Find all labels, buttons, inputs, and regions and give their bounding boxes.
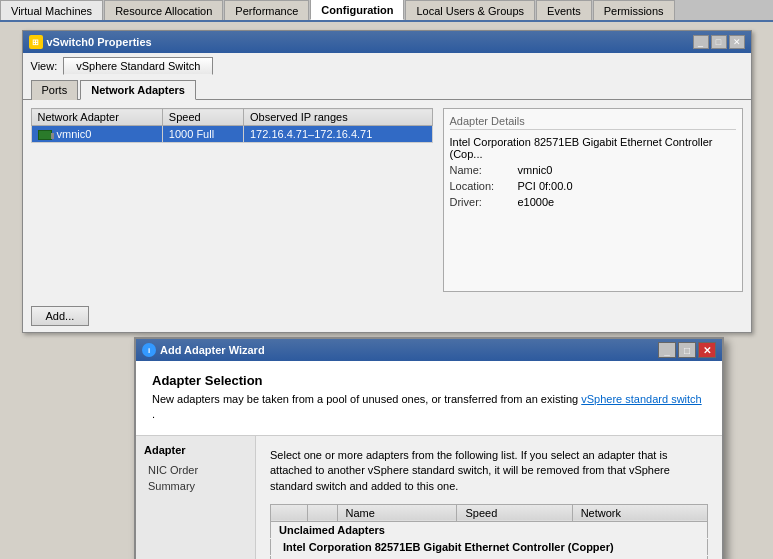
vswitch-window: ⊞ vSwitch0 Properties _ □ ✕ View: vSpher… [22,30,752,333]
wizard-minimize-button[interactable]: _ [658,342,676,358]
tab-resource-allocation[interactable]: Resource Allocation [104,0,223,20]
adapter-ip-cell: 172.16.4.71–172.16.4.71 [244,126,433,143]
wizard-title: Add Adapter Wizard [160,344,265,356]
checkbox-cell[interactable] [271,555,308,559]
win-controls: _ □ ✕ [693,35,745,49]
maximize-button[interactable]: □ [711,35,727,49]
wizard-body: Adapter NIC Order Summary Select one or … [136,436,722,559]
list-col-network: Network [572,504,707,521]
adapter-table-section: Network Adapter Speed Observed IP ranges… [31,108,433,292]
table-row[interactable]: vmnic0 1000 Full 172.16.4.71–172.16.4.71 [31,126,432,143]
tab-row: Ports Network Adapters [23,79,751,100]
adapter-network: None [572,555,707,559]
tab-virtual-machines[interactable]: Virtual Machines [0,0,103,20]
adapter-details: Adapter Details Intel Corporation 82571E… [443,108,743,292]
adapter-full-name: Intel Corporation 82571EB Gigabit Ethern… [450,136,736,160]
wizard-controls: _ □ ✕ [658,342,716,358]
wizard-header-title: Adapter Selection [152,373,706,388]
ports-tab[interactable]: Ports [31,80,79,100]
wizard-dialog: i Add Adapter Wizard _ □ ✕ Adapter Selec… [134,337,724,559]
sidebar-section-title: Adapter [144,444,247,456]
table-row[interactable]: vmnic1 Down None [271,555,708,559]
sidebar-item-nic-order[interactable]: NIC Order [144,462,247,478]
close-button[interactable]: ✕ [729,35,745,49]
wizard-icon: i [142,343,156,357]
wizard-desc-end: . [152,408,155,420]
name-label: Name: [450,164,510,176]
wizard-content: Select one or more adapters from the fol… [256,436,722,559]
main-area: ⊞ vSwitch0 Properties _ □ ✕ View: vSpher… [0,22,773,341]
driver-label: Driver: [450,196,510,208]
group-subheader: Intel Corporation 82571EB Gigabit Ethern… [271,538,708,555]
vswitch-title: vSwitch0 Properties [47,36,152,48]
detail-row-location: Location: PCI 0f:00.0 [450,180,736,192]
vswitch-icon: ⊞ [29,35,43,49]
network-adapter-table: Network Adapter Speed Observed IP ranges… [31,108,433,143]
wizard-sidebar: Adapter NIC Order Summary [136,436,256,559]
location-label: Location: [450,180,510,192]
vswitch-titlebar: ⊞ vSwitch0 Properties _ □ ✕ [23,31,751,53]
network-adapters-tab[interactable]: Network Adapters [80,80,196,100]
driver-value: e1000e [518,196,555,208]
adapter-speed: Down [457,555,572,559]
tab-events[interactable]: Events [536,0,592,20]
wizard-header-desc: New adapters may be taken from a pool of… [152,392,706,423]
wizard-desc-link[interactable]: vSphere standard switch [581,393,701,405]
minimize-button[interactable]: _ [693,35,709,49]
wizard-desc-part1: New adapters may be taken from a pool of… [152,393,578,405]
adapter-list-table: Name Speed Network Unclaimed Adapters [270,504,708,559]
unclaimed-adapters-header: Unclaimed Adapters [271,521,708,538]
nic-icon [38,130,52,140]
wizard-title-left: i Add Adapter Wizard [142,343,265,357]
list-col-checkbox [271,504,308,521]
nav-tabs: Virtual Machines Resource Allocation Per… [0,0,773,22]
tab-configuration[interactable]: Configuration [310,0,404,20]
add-btn-area: Add... [23,300,751,332]
icon-cell [307,555,337,559]
titlebar-left: ⊞ vSwitch0 Properties [29,35,156,49]
tab-permissions[interactable]: Permissions [593,0,675,20]
view-label: View: [31,60,58,72]
wizard-content-desc: Select one or more adapters from the fol… [270,448,708,494]
detail-row-driver: Driver: e1000e [450,196,736,208]
list-col-speed: Speed [457,504,572,521]
wizard-close-button[interactable]: ✕ [698,342,716,358]
adapter-name: vmnic1 [337,555,457,559]
vsphere-standard-switch-btn[interactable]: vSphere Standard Switch [63,57,213,75]
sidebar-item-summary[interactable]: Summary [144,478,247,494]
adapter-name-cell: vmnic0 [31,126,162,143]
wizard-titlebar: i Add Adapter Wizard _ □ ✕ [136,339,722,361]
adapter-speed-cell: 1000 Full [162,126,243,143]
tab-performance[interactable]: Performance [224,0,309,20]
name-value: vmnic0 [518,164,553,176]
col-speed: Speed [162,109,243,126]
detail-row-name: Name: vmnic0 [450,164,736,176]
add-button[interactable]: Add... [31,306,90,326]
list-col-icon [307,504,337,521]
col-network-adapter: Network Adapter [31,109,162,126]
wizard-header: Adapter Selection New adapters may be ta… [136,361,722,436]
location-value: PCI 0f:00.0 [518,180,573,192]
view-row: View: vSphere Standard Switch [23,53,751,79]
content-area: Network Adapter Speed Observed IP ranges… [23,100,751,300]
tab-local-users[interactable]: Local Users & Groups [405,0,535,20]
col-ip-ranges: Observed IP ranges [244,109,433,126]
wizard-maximize-button[interactable]: □ [678,342,696,358]
details-title: Adapter Details [450,115,736,130]
list-col-name: Name [337,504,457,521]
